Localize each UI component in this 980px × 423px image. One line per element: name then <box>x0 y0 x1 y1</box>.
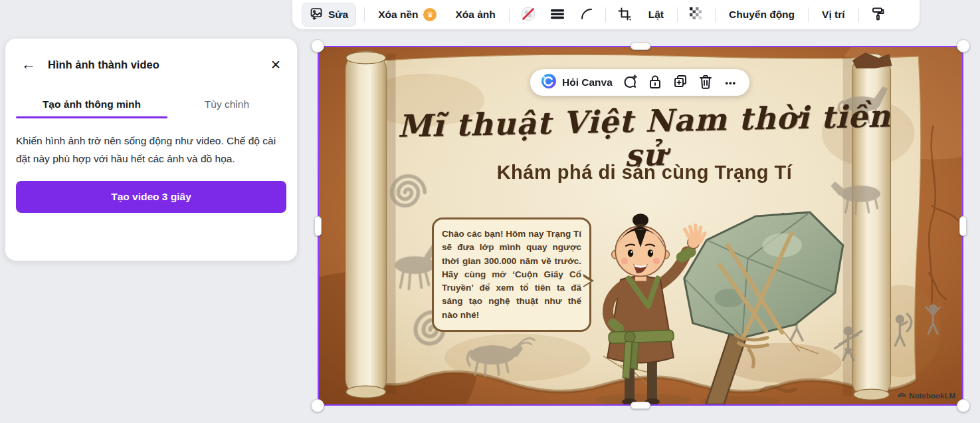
close-icon: ✕ <box>270 58 281 72</box>
edit-image-label: Sửa <box>328 9 348 21</box>
paint-roller-icon <box>870 7 885 23</box>
lock-button[interactable] <box>643 70 667 94</box>
toolbar-divider <box>605 7 606 22</box>
notebooklm-label: NotebookLM <box>909 392 955 400</box>
canvas-page[interactable]: Mĩ thuật Việt Nam thời tiền sử Khám phá … <box>318 46 963 406</box>
position-label: Vị trí <box>822 9 844 21</box>
pro-crown-icon: ♛ <box>423 8 437 21</box>
duplicate-icon <box>672 74 688 92</box>
ellipsis-icon: ••• <box>725 78 736 88</box>
panel-description: Khiến hình ảnh trở nên sống động như vid… <box>5 132 297 168</box>
comment-button[interactable] <box>618 70 642 94</box>
duplicate-button[interactable] <box>668 70 692 94</box>
back-button[interactable]: ← <box>21 57 36 72</box>
close-panel-button[interactable]: ✕ <box>270 59 281 71</box>
crop-icon <box>617 7 632 23</box>
resize-handle-right[interactable] <box>959 216 967 236</box>
speech-bubble: Chào các bạn! Hôm nay Trạng Tí sẽ đưa lớ… <box>432 217 591 332</box>
remove-background-button[interactable]: Xóa nền ♛ <box>373 4 442 25</box>
ask-canva-label: Hỏi Canva <box>562 76 613 88</box>
notebooklm-watermark: NotebookLM <box>898 391 955 400</box>
artwork-image <box>319 47 962 404</box>
flip-label: Lật <box>648 9 664 21</box>
lock-icon <box>648 74 662 92</box>
more-options-button[interactable]: ••• <box>719 70 743 94</box>
speech-bubble-text: Chào các bạn! Hôm nay Trạng Tí sẽ đưa lớ… <box>442 227 581 322</box>
edit-image-button[interactable]: Sửa <box>302 3 356 27</box>
tab-smart-generate[interactable]: Tạo ảnh thông minh <box>16 93 167 118</box>
tab-customize[interactable]: Tùy chỉnh <box>167 93 286 118</box>
resize-handle-bottom-right[interactable] <box>957 399 970 412</box>
flip-button[interactable]: Lật <box>643 5 669 25</box>
create-video-button[interactable]: Tạo video 3 giây <box>16 181 286 213</box>
animate-button[interactable]: Chuyển động <box>724 5 800 25</box>
resize-handle-bottom[interactable] <box>631 402 650 409</box>
corner-rounding-icon <box>579 7 594 23</box>
panel-title: Hình ảnh thành video <box>48 59 270 71</box>
back-arrow-icon: ← <box>21 56 36 72</box>
comment-add-icon <box>622 74 638 92</box>
transparency-button[interactable] <box>686 4 707 25</box>
corner-rounding-button[interactable] <box>576 4 597 25</box>
border-style-icon <box>550 7 565 23</box>
edit-image-icon <box>310 7 323 23</box>
context-toolbar: Hỏi Canva <box>530 69 749 96</box>
position-button[interactable]: Vị trí <box>817 5 850 25</box>
selected-image[interactable]: Mĩ thuật Việt Nam thời tiền sử Khám phá … <box>319 47 962 404</box>
resize-handle-top[interactable] <box>631 43 650 50</box>
toolbar-divider <box>858 7 859 22</box>
copy-style-button[interactable] <box>867 4 888 25</box>
resize-handle-top-right[interactable] <box>957 39 970 53</box>
canva-ai-icon <box>541 73 557 92</box>
resize-handle-left[interactable] <box>314 216 322 236</box>
trash-icon <box>698 74 713 92</box>
toolbar-divider <box>808 7 809 22</box>
panel-header: ← Hình ảnh thành video ✕ <box>5 39 297 72</box>
toolbar-divider <box>715 7 716 22</box>
delete-image-label: Xóa ảnh <box>455 9 495 21</box>
top-toolbar: Sửa Xóa nền ♛ Xóa ảnh <box>292 0 920 29</box>
toolbar-divider <box>677 7 678 22</box>
crop-button[interactable] <box>614 4 635 25</box>
ask-canva-button[interactable]: Hỏi Canva <box>537 70 617 94</box>
remove-background-label: Xóa nền <box>378 9 418 21</box>
resize-handle-bottom-left[interactable] <box>311 399 324 412</box>
notebooklm-icon <box>898 391 906 400</box>
animate-label: Chuyển động <box>729 9 795 21</box>
no-filter-icon <box>520 6 536 24</box>
panel-tabs: Tạo ảnh thông minh Tùy chỉnh <box>5 93 297 118</box>
resize-handle-top-left[interactable] <box>311 39 324 53</box>
border-style-button[interactable] <box>547 4 568 25</box>
image-to-video-panel: ← Hình ảnh thành video ✕ Tạo ảnh thông m… <box>5 39 297 261</box>
toolbar-divider <box>364 7 365 22</box>
delete-button[interactable] <box>694 70 718 94</box>
toolbar-divider <box>509 7 510 22</box>
delete-image-button[interactable]: Xóa ảnh <box>450 5 500 25</box>
transparency-icon <box>689 7 704 23</box>
no-filter-button[interactable] <box>518 4 539 25</box>
